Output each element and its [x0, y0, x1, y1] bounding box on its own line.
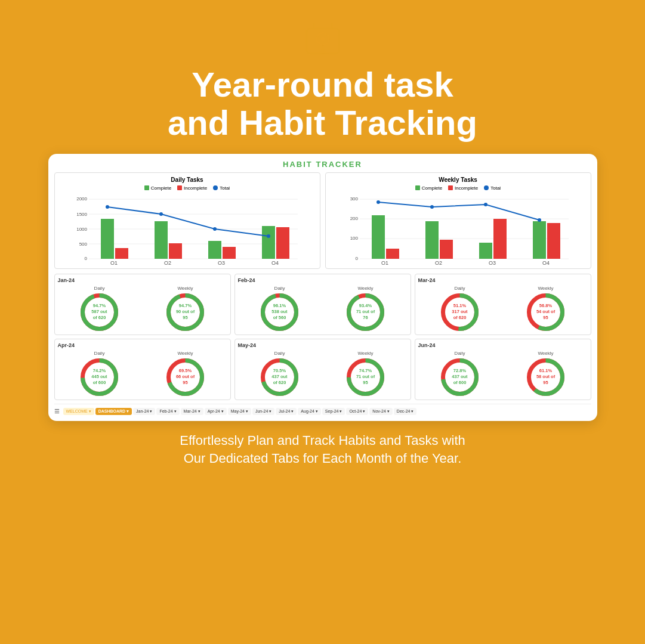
donut-chart: 74.7%71 out of 95 [346, 358, 385, 397]
svg-rect-39 [425, 221, 439, 259]
svg-rect-20 [276, 227, 289, 259]
daily-label: Daily [94, 286, 105, 291]
tab-item[interactable]: Mar-24 ▾ [181, 408, 203, 415]
legend-complete-label: Complete [151, 185, 171, 191]
svg-rect-38 [386, 249, 399, 259]
svg-rect-14 [115, 248, 128, 259]
daily-label: Daily [455, 286, 465, 291]
weekly-cell: Weekly 74.7%71 out of 95 [324, 351, 408, 397]
tab-item[interactable]: WELCOME ▾ [63, 408, 94, 415]
weekly-legend-complete: Complete [415, 185, 442, 191]
weekly-chart-title: Weekly Tasks [329, 177, 587, 183]
svg-text:0: 0 [355, 256, 358, 261]
weekly-label: Weekly [357, 351, 373, 356]
donut-text: 51.1%317 out of 620 [450, 303, 470, 320]
month-label: Jun-24 [418, 342, 588, 348]
svg-point-48 [538, 218, 541, 222]
tab-item[interactable]: Oct-24 ▾ [346, 408, 368, 415]
month-card: May-24 Daily 70.5%437 out of 620 Weekly [234, 339, 411, 400]
daily-weekly-row: Daily 94.7%587 out of 620 Weekly [58, 286, 227, 332]
weekly-label: Weekly [177, 286, 193, 291]
svg-text:1000: 1000 [76, 227, 87, 232]
legend-incomplete-label: Incomplete [184, 185, 207, 191]
tab-item[interactable]: Aug-24 ▾ [298, 408, 321, 415]
svg-text:300: 300 [350, 196, 358, 202]
tab-item[interactable]: Apr-24 ▾ [205, 408, 227, 415]
weekly-legend-incomplete: Incomplete [448, 185, 478, 191]
tab-item[interactable]: Dec-24 ▾ [394, 408, 417, 415]
svg-rect-42 [493, 219, 507, 259]
month-label: Apr-24 [58, 342, 227, 348]
tab-item[interactable]: May-24 ▾ [228, 408, 251, 415]
daily-cell: Daily 96.1%538 out of 560 [238, 286, 322, 332]
donut-text: 93.4%71 out of 76 [356, 303, 375, 320]
daily-tasks-chart: Daily Tasks Complete Incomplete Total [54, 172, 320, 269]
weekly-tasks-chart: Weekly Tasks Complete Incomplete Total [325, 172, 591, 269]
daily-weekly-row: Daily 96.1%538 out of 560 Weekly [238, 286, 408, 332]
tab-item[interactable]: Sep-24 ▾ [322, 408, 345, 415]
svg-point-21 [106, 205, 109, 209]
tab-item[interactable]: Jul-24 ▾ [276, 408, 297, 415]
hamburger-icon[interactable]: ☰ [54, 408, 60, 414]
donut-chart: 70.5%437 out of 620 [260, 358, 299, 397]
weekly-label: Weekly [538, 351, 553, 356]
tab-item[interactable]: Nov-24 ▾ [369, 408, 393, 415]
daily-weekly-row: Daily 74.2%445 out of 600 Weekly [58, 351, 227, 397]
svg-point-47 [484, 203, 487, 206]
svg-point-2 [321, 37, 325, 41]
svg-text:200: 200 [350, 216, 358, 221]
svg-rect-44 [547, 223, 560, 259]
daily-chart-legend: Complete Incomplete Total [58, 185, 316, 191]
month-label: Mar-24 [418, 277, 588, 283]
svg-rect-37 [372, 215, 385, 259]
tab-item[interactable]: Feb-24 ▾ [156, 408, 179, 415]
svg-text:Q1: Q1 [110, 260, 117, 265]
svg-text:500: 500 [79, 242, 87, 247]
month-card: Mar-24 Daily 51.1%317 out of 620 Weekly [415, 274, 591, 335]
svg-rect-43 [533, 221, 546, 259]
daily-weekly-row: Daily 51.1%317 out of 620 Weekly [418, 286, 588, 332]
donut-chart: 69.5%66 out of 95 [166, 358, 205, 397]
weekly-cell: Weekly 94.7%90 out of 95 [144, 286, 227, 332]
bottom-tabs: ☰WELCOME ▾DASHBOARD ▾Jan-24 ▾Feb-24 ▾Mar… [54, 404, 591, 415]
donut-text: 61.1%58 out of 95 [536, 368, 555, 385]
legend-incomplete: Incomplete [177, 185, 207, 191]
svg-rect-16 [169, 243, 182, 259]
daily-weekly-row: Daily 70.5%437 out of 620 Weekly [238, 351, 408, 397]
daily-chart-title: Daily Tasks [58, 177, 316, 183]
svg-point-24 [267, 234, 270, 238]
svg-point-22 [159, 212, 163, 216]
tab-item[interactable]: Jan-24 ▾ [133, 408, 155, 415]
svg-text:100: 100 [350, 236, 358, 241]
daily-label: Daily [274, 286, 285, 291]
svg-rect-18 [223, 247, 236, 259]
header: Year-round task and Habit Tracking [0, 0, 645, 154]
donut-text: 96.1%538 out of 560 [270, 303, 289, 320]
habit-tracker-title: HABIT TRACKER [54, 160, 591, 169]
svg-text:Q4: Q4 [542, 260, 549, 265]
svg-point-46 [430, 205, 434, 209]
legend-total: Total [213, 185, 230, 191]
weekly-cell: Weekly 56.8%54 out of 95 [504, 286, 588, 332]
months-grid-bottom: Apr-24 Daily 74.2%445 out of 600 Weekly [54, 339, 591, 400]
weekly-label: Weekly [357, 286, 373, 291]
svg-text:Q2: Q2 [434, 260, 442, 265]
donut-chart: 93.4%71 out of 76 [346, 293, 385, 332]
daily-weekly-row: Daily 72.8%437 out of 600 Weekly [418, 351, 588, 397]
weekly-bar-chart: 300 200 100 0 [329, 193, 587, 265]
daily-cell: Daily 74.2%445 out of 600 [58, 351, 141, 397]
svg-text:0: 0 [84, 256, 87, 261]
months-grid-top: Jan-24 Daily 94.7%587 out of 620 Weekly [54, 274, 591, 335]
tab-item[interactable]: DASHBOARD ▾ [95, 408, 132, 415]
legend-total-label: Total [220, 185, 230, 191]
weekly-label: Weekly [177, 351, 193, 356]
svg-rect-15 [155, 221, 168, 259]
donut-chart: 96.1%538 out of 560 [260, 293, 299, 332]
daily-cell: Daily 51.1%317 out of 620 [418, 286, 502, 332]
weekly-legend-total: Total [484, 185, 501, 191]
daily-label: Daily [274, 351, 285, 356]
daily-label: Daily [94, 351, 105, 356]
donut-text: 94.7%90 out of 95 [175, 303, 195, 320]
tab-item[interactable]: Jun-24 ▾ [252, 408, 274, 415]
month-card: Feb-24 Daily 96.1%538 out of 560 Weekly [234, 274, 411, 335]
